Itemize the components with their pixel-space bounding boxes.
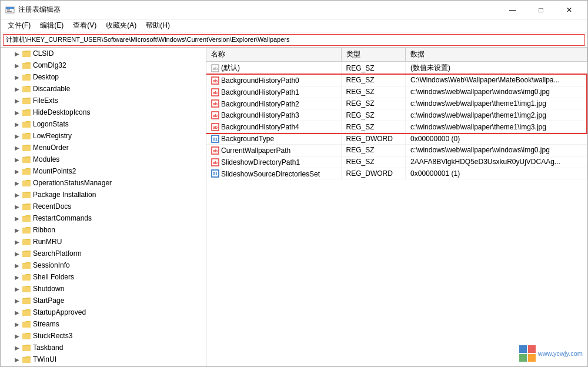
- tree-expand-icon[interactable]: ▶: [12, 61, 22, 70]
- menu-file[interactable]: 文件(F): [3, 19, 35, 32]
- tree-item[interactable]: ▶ LogonStats: [1, 118, 206, 130]
- tree-item-label: StartPage: [33, 296, 64, 305]
- table-row[interactable]: abBackgroundHistoryPath0REG_SZC:\Windows…: [206, 75, 587, 86]
- table-row[interactable]: abBackgroundHistoryPath3REG_SZc:\windows…: [206, 109, 587, 121]
- tree-item[interactable]: ▶ MountPoints2: [1, 165, 206, 177]
- table-row[interactable]: abSlideshowDirectoryPath1REG_SZ2AAFA8BVl…: [206, 156, 587, 168]
- menu-favorites[interactable]: 收藏夹(A): [101, 19, 141, 32]
- tree-item-label: StuckRects3: [33, 332, 72, 340]
- svg-rect-61: [528, 354, 536, 362]
- tree-expand-icon[interactable]: ▶: [12, 190, 22, 199]
- tree-expand-icon[interactable]: ▶: [12, 155, 22, 164]
- tree-expand-icon[interactable]: ▶: [12, 96, 22, 105]
- tree-expand-icon[interactable]: ▶: [12, 119, 22, 129]
- tree-item-label: Ribbon: [33, 226, 55, 234]
- tree-expand-icon[interactable]: ▶: [12, 84, 22, 94]
- tree-expand-icon[interactable]: ▶: [12, 225, 22, 235]
- tree-item[interactable]: ▶ OperationStatusManager: [1, 177, 206, 189]
- tree-expand-icon[interactable]: ▶: [12, 272, 22, 282]
- menu-help[interactable]: 帮助(H): [141, 19, 175, 32]
- folder-icon: [22, 108, 31, 117]
- tree-expand-icon[interactable]: ▶: [12, 343, 22, 352]
- tree-item[interactable]: ▶ RecentDocs: [1, 201, 206, 212]
- svg-rect-6: [22, 75, 31, 81]
- tree-item[interactable]: ▶ Package Installation: [1, 189, 206, 201]
- table-row[interactable]: ab(默认)REG_SZ(数值未设置): [206, 62, 587, 75]
- tree-item[interactable]: ▶ CLSID: [1, 48, 206, 59]
- tree-expand-icon[interactable]: ▶: [12, 261, 22, 270]
- address-input[interactable]: [3, 34, 585, 46]
- tree-item[interactable]: ▶ Taskband: [1, 342, 206, 353]
- tree-item[interactable]: ▶ Modules: [1, 154, 206, 165]
- tree-expand-icon[interactable]: ▶: [12, 72, 22, 82]
- tree-item-label: LogonStats: [33, 120, 69, 128]
- tree-expand-icon[interactable]: ▶: [12, 249, 22, 258]
- registry-tree[interactable]: ▶ CLSID▶ ComDlg32▶ Desktop▶ Discardable▶…: [1, 48, 206, 366]
- col-name: 名称: [206, 48, 341, 62]
- tree-item[interactable]: ▶ SessionInfo: [1, 259, 206, 271]
- table-row[interactable]: abCurrentWallpaperPathREG_SZc:\windows\w…: [206, 144, 587, 156]
- tree-item[interactable]: ▶ Streams: [1, 318, 206, 330]
- reg-type-cell: REG_DWORD: [341, 133, 406, 145]
- tree-item[interactable]: ▶ StartupApproved: [1, 306, 206, 318]
- tree-item[interactable]: ▶ ComDlg32: [1, 59, 206, 71]
- tree-expand-icon[interactable]: ▶: [12, 355, 22, 364]
- tree-item[interactable]: ▶ Shutdown: [1, 283, 206, 295]
- reg-type-cell: REG_DWORD: [341, 168, 406, 179]
- menu-view[interactable]: 查看(V): [68, 19, 101, 32]
- tree-item[interactable]: ▶ Discardable: [1, 83, 206, 95]
- tree-expand-icon[interactable]: ▶: [12, 284, 22, 293]
- close-button[interactable]: ✕: [556, 2, 583, 18]
- table-row[interactable]: abBackgroundHistoryPath1REG_SZc:\windows…: [206, 86, 587, 98]
- tree-expand-icon[interactable]: ▶: [12, 131, 22, 141]
- tree-item[interactable]: ▶ TypedPaths: [1, 365, 206, 366]
- table-row[interactable]: abBackgroundHistoryPath4REG_SZc:\windows…: [206, 121, 587, 133]
- tree-item[interactable]: ▶ LowRegistry: [1, 130, 206, 142]
- tree-expand-icon[interactable]: ▶: [12, 178, 22, 188]
- registry-values-pane[interactable]: 名称 类型 数据 ab(默认)REG_SZ(数值未设置)abBackground…: [206, 48, 587, 366]
- tree-item[interactable]: ▶ Desktop: [1, 71, 206, 83]
- svg-rect-3: [7, 11, 12, 12]
- tree-expand-icon[interactable]: ▶: [12, 202, 22, 211]
- tree-item[interactable]: ▶ TWinUI: [1, 353, 206, 365]
- folder-icon: [22, 131, 31, 141]
- svg-rect-2: [7, 9, 10, 11]
- tree-item-label: FileExts: [33, 96, 58, 105]
- reg-name-cell: abBackgroundHistoryPath1: [206, 86, 341, 98]
- tree-item[interactable]: ▶ RestartCommands: [1, 212, 206, 224]
- svg-rect-7: [22, 87, 31, 92]
- tree-item-label: Taskband: [33, 343, 63, 352]
- tree-expand-icon[interactable]: ▶: [12, 237, 22, 246]
- tree-item[interactable]: ▶ FileExts: [1, 95, 206, 106]
- tree-item[interactable]: ▶ StartPage: [1, 295, 206, 306]
- tree-item[interactable]: ▶ MenuOrder: [1, 142, 206, 154]
- registry-editor-window: 注册表编辑器 — □ ✕ 文件(F) 编辑(E) 查看(V) 收藏夹(A) 帮助…: [0, 0, 588, 367]
- table-row[interactable]: 01BackgroundTypeREG_DWORD0x00000000 (0): [206, 133, 587, 145]
- main-content: ▶ CLSID▶ ComDlg32▶ Desktop▶ Discardable▶…: [1, 48, 587, 366]
- folder-icon: [22, 225, 31, 235]
- tree-expand-icon[interactable]: ▶: [12, 331, 22, 341]
- tree-item[interactable]: ▶ SearchPlatform: [1, 248, 206, 259]
- svg-rect-16: [22, 193, 31, 198]
- tree-expand-icon[interactable]: ▶: [12, 143, 22, 152]
- tree-item[interactable]: ▶ RunMRU: [1, 236, 206, 248]
- tree-item[interactable]: ▶ Ribbon: [1, 224, 206, 236]
- tree-expand-icon[interactable]: ▶: [12, 213, 22, 223]
- tree-expand-icon[interactable]: ▶: [12, 308, 22, 317]
- maximize-button[interactable]: □: [527, 2, 554, 18]
- tree-expand-icon[interactable]: ▶: [12, 49, 22, 58]
- tree-expand-icon[interactable]: ▶: [12, 166, 22, 176]
- folder-icon: [22, 84, 31, 94]
- menu-edit[interactable]: 编辑(E): [35, 19, 68, 32]
- table-row[interactable]: 01SlideshowSourceDirectoriesSetREG_DWORD…: [206, 168, 587, 179]
- tree-item[interactable]: ▶ StuckRects3: [1, 330, 206, 342]
- tree-expand-icon[interactable]: ▶: [12, 319, 22, 329]
- minimize-button[interactable]: —: [499, 2, 526, 18]
- tree-expand-icon[interactable]: ▶: [12, 108, 22, 117]
- tree-item[interactable]: ▶ Shell Folders: [1, 271, 206, 283]
- folder-icon: [22, 61, 31, 70]
- tree-expand-icon[interactable]: ▶: [12, 296, 22, 305]
- tree-item[interactable]: ▶ HideDesktopIcons: [1, 106, 206, 118]
- folder-icon: [22, 261, 31, 270]
- table-row[interactable]: abBackgroundHistoryPath2REG_SZc:\windows…: [206, 98, 587, 109]
